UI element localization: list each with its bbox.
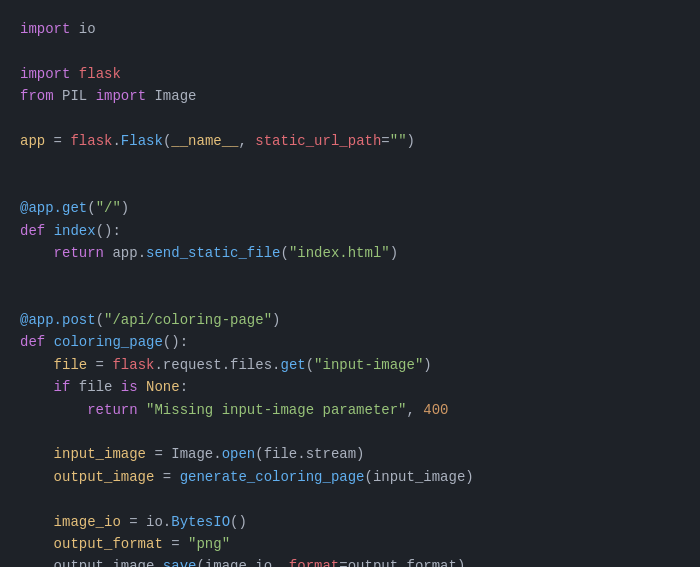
- code-line-empty: [20, 40, 680, 62]
- code-line: file = flask.request.files.get("input-im…: [20, 354, 680, 376]
- code-line: return app.send_static_file("index.html"…: [20, 242, 680, 264]
- code-editor: import io import flask from PIL import I…: [0, 0, 700, 567]
- code-line: input_image = Image.open(file.stream): [20, 443, 680, 465]
- code-line: @app.post("/api/coloring-page"): [20, 309, 680, 331]
- code-line: @app.get("/"): [20, 197, 680, 219]
- code-line-empty: [20, 287, 680, 309]
- code-line: def coloring_page():: [20, 331, 680, 353]
- code-line: image_io = io.BytesIO(): [20, 511, 680, 533]
- code-line: if file is None:: [20, 376, 680, 398]
- code-line-empty: [20, 175, 680, 197]
- code-line: import flask: [20, 63, 680, 85]
- code-line-empty: [20, 421, 680, 443]
- code-line-empty: [20, 488, 680, 510]
- code-line: return "Missing input-image parameter", …: [20, 399, 680, 421]
- code-line: def index():: [20, 220, 680, 242]
- code-line: from PIL import Image: [20, 85, 680, 107]
- code-line: import io: [20, 18, 680, 40]
- code-line-empty: [20, 264, 680, 286]
- code-line: output_format = "png": [20, 533, 680, 555]
- code-line: output_image.save(image_io, format=outpu…: [20, 555, 680, 567]
- code-line: output_image = generate_coloring_page(in…: [20, 466, 680, 488]
- code-line-empty: [20, 152, 680, 174]
- code-line-empty: [20, 108, 680, 130]
- code-line: app = flask.Flask(__name__, static_url_p…: [20, 130, 680, 152]
